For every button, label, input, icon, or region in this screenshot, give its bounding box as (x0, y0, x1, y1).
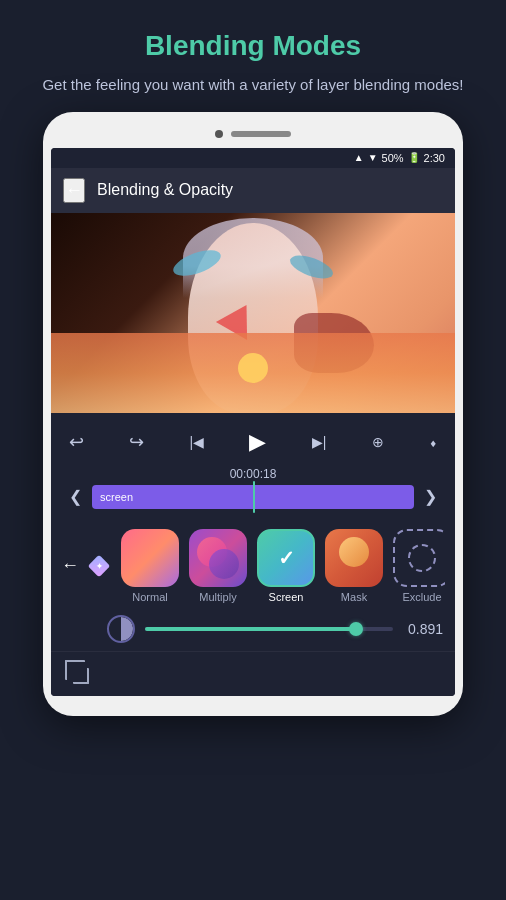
battery-icon: 🔋 (408, 152, 420, 163)
timeline-bar[interactable]: screen (92, 485, 414, 509)
blend-screen-thumb: ✓ (257, 529, 315, 587)
phone-screen: ▲ ▼ 50% 🔋 2:30 ← Blending & Opacity (51, 148, 455, 696)
page-subtitle: Get the feeling you want with a variety … (20, 74, 486, 97)
blending-panel: ← ✦ Normal (51, 517, 455, 696)
phone-top-bar (51, 124, 455, 148)
opacity-slider-thumb (349, 622, 363, 636)
blend-mode-exclude[interactable]: Exclude (393, 529, 445, 603)
blend-screen-check-icon: ✓ (278, 546, 295, 570)
battery-percent: 50% (382, 152, 404, 164)
timeline-prev-button[interactable]: ❮ (65, 485, 86, 508)
phone-speaker (231, 131, 291, 137)
opacity-icon (107, 615, 135, 643)
timecode-display: 00:00:18 (63, 467, 443, 481)
blend-screen-label: Screen (269, 591, 304, 603)
blending-back-button[interactable]: ← (61, 555, 79, 576)
opacity-value: 0.891 (403, 621, 443, 637)
blend-normal-thumb (121, 529, 179, 587)
blend-normal-label: Normal (132, 591, 167, 603)
phone-camera (215, 130, 223, 138)
timeline-section: 00:00:18 ❮ screen ❯ (63, 463, 443, 513)
opacity-slider-fill (145, 627, 356, 631)
wifi-icon: ▼ (368, 152, 378, 163)
blend-mode-multiply[interactable]: Multiply (189, 529, 247, 603)
skip-back-button[interactable]: |◀ (184, 430, 211, 454)
blend-mode-normal[interactable]: Normal (121, 529, 179, 603)
status-icons: ▲ ▼ 50% 🔋 2:30 (354, 152, 445, 164)
page-title: Blending Modes (20, 30, 486, 62)
phone-mockup: ▲ ▼ 50% 🔋 2:30 ← Blending & Opacity (43, 112, 463, 716)
blending-tools-row: ← ✦ Normal (51, 525, 455, 607)
bookmark-button[interactable]: ⊕ (366, 430, 390, 454)
timeline-track: ❮ screen ❯ (63, 485, 443, 509)
app-back-button[interactable]: ← (63, 178, 85, 203)
timeline-track-label: screen (100, 491, 133, 503)
blend-exclude-thumb (393, 529, 445, 587)
blend-modes-scroll: Normal Multiply ✓ (121, 529, 445, 603)
blend-mode-mask[interactable]: Mask (325, 529, 383, 603)
blend-mode-screen[interactable]: ✓ Screen (257, 529, 315, 603)
skip-fwd-button[interactable]: ▶| (306, 430, 333, 454)
blend-multiply-thumb (189, 529, 247, 587)
blend-mask-thumb (325, 529, 383, 587)
ai-tool-button[interactable]: ✦ (87, 554, 111, 578)
blend-multiply-label: Multiply (199, 591, 236, 603)
page-header: Blending Modes Get the feeling you want … (0, 0, 506, 112)
crop-tool-button[interactable] (63, 658, 91, 686)
blend-exclude-label: Exclude (402, 591, 441, 603)
video-preview (51, 213, 455, 413)
video-content (51, 213, 455, 413)
rewind-button[interactable]: ↩ (63, 427, 90, 457)
signal-icon: ▲ (354, 152, 364, 163)
export-button[interactable]: ⬧ (423, 430, 443, 454)
sun-circle (238, 353, 268, 383)
blend-mask-label: Mask (341, 591, 367, 603)
opacity-row: 0.891 (51, 607, 455, 651)
app-header-title: Blending & Opacity (97, 181, 233, 199)
time-display: 2:30 (424, 152, 445, 164)
timeline-playhead (253, 481, 255, 513)
status-bar: ▲ ▼ 50% 🔋 2:30 (51, 148, 455, 168)
transport-buttons: ↩ ↪ |◀ ▶ ▶| ⊕ ⬧ (63, 421, 443, 463)
play-button[interactable]: ▶ (243, 425, 272, 459)
bottom-tools (51, 651, 455, 692)
forward-button[interactable]: ↪ (123, 427, 150, 457)
timeline-next-button[interactable]: ❯ (420, 485, 441, 508)
app-header: ← Blending & Opacity (51, 168, 455, 213)
playback-controls: ↩ ↪ |◀ ▶ ▶| ⊕ ⬧ 00:00:18 ❮ screen ❯ (51, 413, 455, 517)
opacity-slider[interactable] (145, 627, 393, 631)
